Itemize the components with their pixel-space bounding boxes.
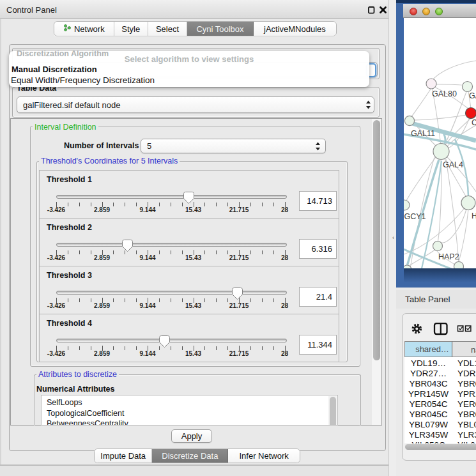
svg-text:H: H bbox=[472, 211, 476, 220]
svg-text:GA: GA bbox=[469, 91, 476, 100]
svg-text:GCY1: GCY1 bbox=[404, 212, 426, 221]
svg-text:HAP2: HAP2 bbox=[438, 252, 459, 261]
svg-text:GAL80: GAL80 bbox=[432, 89, 457, 98]
svg-text:GAL11: GAL11 bbox=[411, 129, 435, 138]
svg-text:C: C bbox=[472, 118, 476, 127]
svg-text:GAL4: GAL4 bbox=[443, 160, 463, 169]
